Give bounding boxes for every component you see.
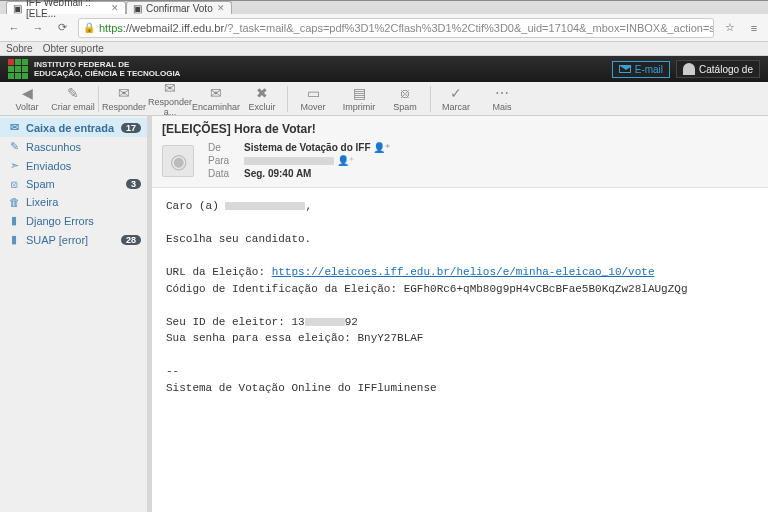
- address-bar[interactable]: 🔒 https://webmail2.iff.edu.br/?_task=mai…: [78, 18, 714, 38]
- redacted-voter-id: [305, 318, 345, 326]
- url-path: /?_task=mail&_caps=pdf%3D1%2Cflash%3D1%2…: [224, 22, 714, 34]
- more-icon: ⋯: [495, 86, 509, 101]
- mark-button[interactable]: ✓Marcar: [433, 82, 479, 116]
- back-icon: ◀: [22, 86, 33, 101]
- folder-label: Spam: [26, 178, 55, 190]
- folder-label: Django Errors: [26, 215, 94, 227]
- browser-toolbar: ← → ⟳ 🔒 https://webmail2.iff.edu.br/?_ta…: [0, 14, 768, 42]
- mark-icon: ✓: [450, 86, 462, 101]
- reload-button[interactable]: ⟳: [54, 21, 70, 34]
- folder-label: Caixa de entrada: [26, 122, 114, 134]
- folder-suap-error[interactable]: ▮SUAP [error]28: [0, 230, 147, 249]
- folder-spam[interactable]: ⦻Spam3: [0, 175, 147, 193]
- folder-label: Rascunhos: [26, 141, 81, 153]
- reply-button[interactable]: ✉Responder: [101, 82, 147, 116]
- delete-button[interactable]: ✖Excluir: [239, 82, 285, 116]
- institution-name: INSTITUTO FEDERAL DE EDUCAÇÃO, CIÊNCIA E…: [34, 60, 180, 78]
- more-button[interactable]: ⋯Mais: [479, 82, 525, 116]
- folder-label: Lixeira: [26, 196, 58, 208]
- url-host: ://webmail2.iff.edu.br: [123, 22, 224, 34]
- back-button[interactable]: ←: [6, 22, 22, 34]
- folder-django-errors[interactable]: ▮Django Errors: [0, 211, 147, 230]
- add-contact-icon[interactable]: 👤⁺: [337, 155, 354, 166]
- folder-icon: ▮: [8, 233, 20, 246]
- separator: [287, 86, 288, 112]
- email-section-button[interactable]: E-mail: [612, 61, 670, 78]
- move-button[interactable]: ▭Mover: [290, 82, 336, 116]
- tab-favicon: ▣: [133, 3, 142, 14]
- app-header: INSTITUTO FEDERAL DE EDUCAÇÃO, CIÊNCIA E…: [0, 56, 768, 82]
- from-label: De: [208, 142, 238, 153]
- reply-all-button[interactable]: ✉Responder a...: [147, 82, 193, 116]
- tab-title: Confirmar Voto: [146, 3, 213, 14]
- redacted-recipient: [244, 157, 334, 165]
- tab-title: IFF Webmail :: [ELE...: [26, 0, 107, 19]
- separator: [98, 86, 99, 112]
- unread-badge: 3: [126, 179, 141, 189]
- move-icon: ▭: [307, 86, 320, 101]
- inbox-icon: ✉: [8, 121, 20, 134]
- sender-avatar: ◉: [162, 145, 194, 177]
- forward-button[interactable]: →: [30, 22, 46, 34]
- reply-all-icon: ✉: [164, 81, 176, 96]
- browser-tab[interactable]: ▣ IFF Webmail :: [ELE... ✕: [6, 1, 126, 14]
- catalog-section-button[interactable]: Catálogo de: [676, 60, 760, 78]
- browser-tab[interactable]: ▣ Confirmar Voto ✕: [126, 1, 232, 14]
- close-icon[interactable]: ✕: [111, 3, 119, 13]
- separator: [430, 86, 431, 112]
- bookmarks-bar: Sobre Obter suporte: [0, 42, 768, 56]
- folder-label: Enviados: [26, 160, 71, 172]
- menu-icon[interactable]: ≡: [746, 22, 762, 34]
- bookmark-link[interactable]: Sobre: [6, 43, 33, 54]
- spam-icon: ⦻: [8, 178, 20, 190]
- bookmark-link[interactable]: Obter suporte: [43, 43, 104, 54]
- election-url-link[interactable]: https://eleicoes.iff.edu.br/helios/e/min…: [272, 266, 655, 278]
- from-value: Sistema de Votação do IFF: [244, 142, 371, 153]
- unread-badge: 17: [121, 123, 141, 133]
- message-header: [ELEIÇÕES] Hora de Votar! ◉ DeSistema de…: [152, 116, 768, 188]
- add-contact-icon[interactable]: 👤⁺: [373, 142, 390, 153]
- unread-badge: 28: [121, 235, 141, 245]
- redacted-name: [225, 202, 305, 210]
- print-button[interactable]: ▤Imprimir: [336, 82, 382, 116]
- envelope-icon: [619, 65, 631, 73]
- url-scheme: https: [99, 22, 123, 34]
- spam-icon: ⦻: [398, 86, 412, 101]
- folder-sent[interactable]: ➣Enviados: [0, 156, 147, 175]
- to-label: Para: [208, 155, 238, 166]
- institution-logo: [8, 59, 28, 79]
- message-subject: [ELEIÇÕES] Hora de Votar!: [162, 122, 758, 136]
- print-icon: ▤: [353, 86, 366, 101]
- mail-toolbar: ◀Voltar ✎Criar email ✉Responder ✉Respond…: [0, 82, 768, 116]
- folder-label: SUAP [error]: [26, 234, 88, 246]
- folder-drafts[interactable]: ✎Rascunhos: [0, 137, 147, 156]
- spam-button[interactable]: ⦻Spam: [382, 82, 428, 116]
- forward-button[interactable]: ✉Encaminhar: [193, 82, 239, 116]
- close-icon[interactable]: ✕: [217, 3, 225, 13]
- drafts-icon: ✎: [8, 140, 20, 153]
- date-value: Seg. 09:40 AM: [240, 168, 390, 179]
- bookmark-star-icon[interactable]: ☆: [722, 21, 738, 34]
- lock-icon: 🔒: [83, 22, 95, 33]
- compose-icon: ✎: [67, 86, 79, 101]
- compose-button[interactable]: ✎Criar email: [50, 82, 96, 116]
- back-button[interactable]: ◀Voltar: [4, 82, 50, 116]
- reply-icon: ✉: [118, 86, 130, 101]
- folder-inbox[interactable]: ✉Caixa de entrada17: [0, 118, 147, 137]
- message-pane: [ELEIÇÕES] Hora de Votar! ◉ DeSistema de…: [148, 116, 768, 512]
- date-label: Data: [208, 168, 238, 179]
- folder-icon: ▮: [8, 214, 20, 227]
- folder-trash[interactable]: 🗑Lixeira: [0, 193, 147, 211]
- sent-icon: ➣: [8, 159, 20, 172]
- trash-icon: 🗑: [8, 196, 20, 208]
- browser-tab-strip: ▣ IFF Webmail :: [ELE... ✕ ▣ Confirmar V…: [0, 0, 768, 14]
- delete-icon: ✖: [256, 86, 268, 101]
- message-body: Caro (a) , Escolha seu candidato. URL da…: [152, 188, 768, 512]
- forward-icon: ✉: [210, 86, 222, 101]
- person-icon: [683, 63, 695, 75]
- tab-favicon: ▣: [13, 3, 22, 14]
- folder-sidebar: ✉Caixa de entrada17 ✎Rascunhos ➣Enviados…: [0, 116, 148, 512]
